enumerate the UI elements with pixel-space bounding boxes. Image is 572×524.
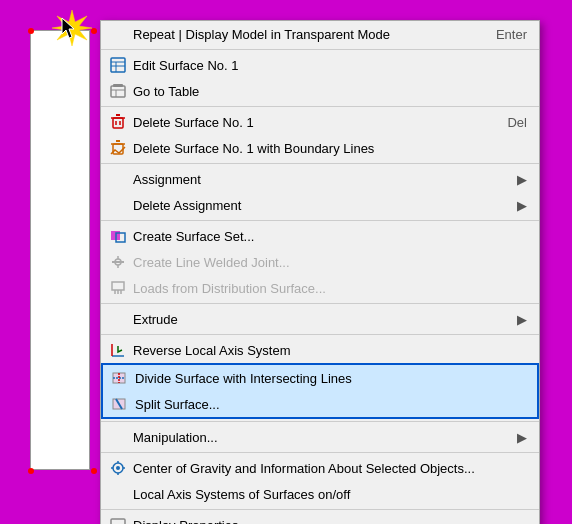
menu-item-label-display-properties: Display Properties... — [133, 518, 527, 525]
menu-item-label-extrude: Extrude — [133, 312, 517, 327]
delete2-icon — [109, 139, 127, 157]
svg-rect-41 — [111, 519, 125, 524]
menu-item-center-gravity[interactable]: Center of Gravity and Information About … — [101, 455, 539, 481]
menu-item-label-split-surface: Split Surface... — [135, 397, 525, 412]
menu-separator — [101, 106, 539, 107]
menu-item-label-delete-surface: Delete Surface No. 1 — [133, 115, 487, 130]
menu-item-arrow-extrude: ▶ — [517, 312, 527, 327]
menu-item-delete-assignment[interactable]: Delete Assignment▶ — [101, 192, 539, 218]
menu-item-extrude[interactable]: Extrude▶ — [101, 306, 539, 332]
no-icon — [109, 428, 127, 446]
menu-item-label-create-line-welded: Create Line Welded Joint... — [133, 255, 527, 270]
corner-dot-bl — [28, 468, 34, 474]
menu-separator — [101, 220, 539, 221]
menu-item-shortcut-delete-surface: Del — [507, 115, 527, 130]
svg-rect-6 — [111, 86, 125, 97]
table2-icon — [109, 82, 127, 100]
loads-icon — [109, 279, 127, 297]
svg-rect-10 — [113, 118, 123, 128]
menu-item-edit-surface[interactable]: Edit Surface No. 1 — [101, 52, 539, 78]
menu-item-label-divide-surface: Divide Surface with Intersecting Lines — [135, 371, 525, 386]
no-icon — [109, 25, 127, 43]
menu-item-reverse-local-axis[interactable]: Reverse Local Axis System — [101, 337, 539, 363]
menu-separator — [101, 303, 539, 304]
delete-icon — [109, 113, 127, 131]
display-icon — [109, 516, 127, 524]
no-icon — [109, 170, 127, 188]
svg-rect-2 — [111, 58, 125, 72]
menu-item-display-properties[interactable]: Display Properties... — [101, 512, 539, 524]
menu-item-arrow-delete-assignment: ▶ — [517, 198, 527, 213]
menu-item-label-center-gravity: Center of Gravity and Information About … — [133, 461, 527, 476]
menu-item-label-go-to-table: Go to Table — [133, 84, 527, 99]
menu-item-shortcut-repeat: Enter — [496, 27, 527, 42]
menu-item-label-local-axis-on-off: Local Axis Systems of Surfaces on/off — [133, 487, 527, 502]
menu-separator — [101, 49, 539, 50]
menu-item-loads-distribution: Loads from Distribution Surface... — [101, 275, 539, 301]
menu-item-label-delete-surface-boundary: Delete Surface No. 1 with Boundary Lines — [133, 141, 527, 156]
menu-separator — [101, 334, 539, 335]
highlighted-group: Divide Surface with Intersecting LinesSp… — [101, 363, 539, 419]
menu-separator — [101, 421, 539, 422]
inner-panel — [30, 30, 90, 470]
table-icon — [109, 56, 127, 74]
no-icon — [109, 196, 127, 214]
welded-icon — [109, 253, 127, 271]
menu-item-delete-surface[interactable]: Delete Surface No. 1Del — [101, 109, 539, 135]
menu-item-arrow-manipulation: ▶ — [517, 430, 527, 445]
gravity-icon — [109, 459, 127, 477]
corner-dot-tl — [28, 28, 34, 34]
menu-item-label-reverse-local-axis: Reverse Local Axis System — [133, 343, 527, 358]
menu-item-label-edit-surface: Edit Surface No. 1 — [133, 58, 527, 73]
divide-icon — [111, 369, 129, 387]
menu-item-label-manipulation: Manipulation... — [133, 430, 517, 445]
menu-item-label-create-surface-set: Create Surface Set... — [133, 229, 527, 244]
menu-item-label-assignment: Assignment — [133, 172, 517, 187]
menu-item-delete-surface-boundary[interactable]: Delete Surface No. 1 with Boundary Lines — [101, 135, 539, 161]
menu-item-label-loads-distribution: Loads from Distribution Surface... — [133, 281, 527, 296]
svg-rect-9 — [113, 84, 123, 87]
menu-item-assignment[interactable]: Assignment▶ — [101, 166, 539, 192]
svg-rect-24 — [112, 282, 124, 290]
menu-separator — [101, 509, 539, 510]
cursor-flash — [52, 8, 92, 48]
menu-item-split-surface[interactable]: Split Surface... — [103, 391, 537, 417]
axis-icon — [109, 341, 127, 359]
menu-item-create-line-welded: Create Line Welded Joint... — [101, 249, 539, 275]
menu-item-manipulation[interactable]: Manipulation...▶ — [101, 424, 539, 450]
svg-point-36 — [116, 466, 120, 470]
menu-item-label-delete-assignment: Delete Assignment — [133, 198, 517, 213]
menu-item-divide-surface[interactable]: Divide Surface with Intersecting Lines — [103, 365, 537, 391]
menu-item-arrow-assignment: ▶ — [517, 172, 527, 187]
corner-dot-br — [91, 468, 97, 474]
surface-set-icon — [109, 227, 127, 245]
menu-item-local-axis-on-off[interactable]: Local Axis Systems of Surfaces on/off — [101, 481, 539, 507]
context-menu: Repeat | Display Model in Transparent Mo… — [100, 20, 540, 524]
menu-item-label-repeat: Repeat | Display Model in Transparent Mo… — [133, 27, 476, 42]
menu-item-repeat[interactable]: Repeat | Display Model in Transparent Mo… — [101, 21, 539, 47]
menu-item-go-to-table[interactable]: Go to Table — [101, 78, 539, 104]
menu-separator — [101, 452, 539, 453]
menu-item-create-surface-set[interactable]: Create Surface Set... — [101, 223, 539, 249]
split-icon — [111, 395, 129, 413]
no-icon — [109, 485, 127, 503]
no-icon — [109, 310, 127, 328]
menu-separator — [101, 163, 539, 164]
